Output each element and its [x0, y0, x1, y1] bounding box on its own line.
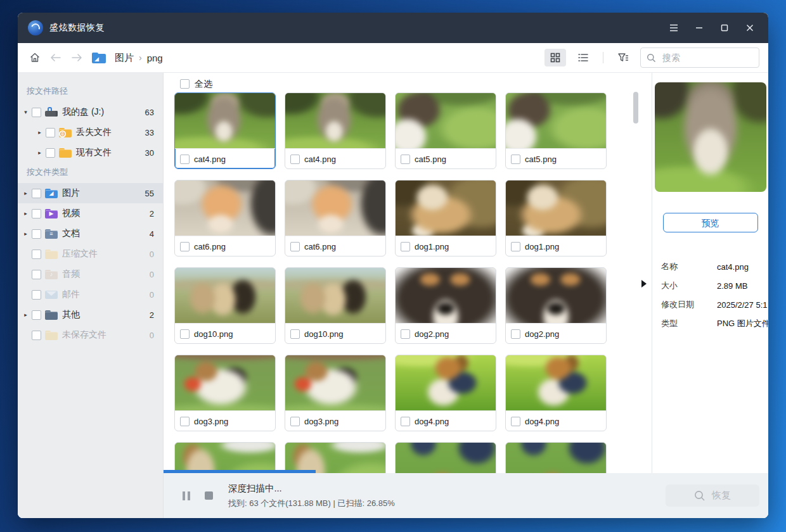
toolbar: ◢ 图片 › png	[18, 43, 768, 73]
file-tile[interactable]: dog4.png	[395, 355, 496, 431]
file-tile[interactable]	[505, 442, 607, 473]
sidebar-item-checkbox[interactable]	[32, 209, 41, 218]
file-tile[interactable]	[395, 442, 496, 473]
recover-button[interactable]: 恢复	[666, 484, 759, 507]
detail-row: 类型 PNG 图片文件	[661, 314, 768, 333]
file-thumbnail	[506, 443, 606, 473]
file-tile[interactable]: cat6.png	[285, 180, 386, 256]
home-button[interactable]	[27, 49, 43, 66]
file-checkbox[interactable]	[401, 329, 410, 339]
existing-files-folder-icon	[59, 148, 72, 158]
expand-arrow-icon[interactable]: ▸	[35, 149, 44, 156]
file-tile[interactable]: cat5.png	[395, 92, 496, 169]
file-tile[interactable]	[285, 442, 386, 473]
file-checkbox[interactable]	[290, 417, 300, 426]
breadcrumb-root[interactable]: 图片	[115, 52, 134, 64]
stop-scan-button[interactable]	[205, 491, 213, 500]
sidebar-item-checkbox[interactable]	[46, 128, 55, 137]
file-checkbox[interactable]	[401, 155, 410, 164]
sidebar-item-count: 0	[150, 290, 154, 300]
sidebar-item[interactable]: ▸ ⊖ 丢失文件 33	[18, 122, 163, 142]
file-checkbox[interactable]	[180, 417, 190, 426]
file-checkbox[interactable]	[511, 242, 520, 251]
sidebar-item[interactable]: 压缩文件 0	[18, 244, 163, 264]
expand-arrow-icon[interactable]: ▸	[22, 210, 30, 217]
file-tile[interactable]: dog10.png	[174, 267, 276, 344]
grid-view-button[interactable]	[544, 49, 566, 66]
file-checkbox[interactable]	[180, 242, 190, 251]
file-checkbox[interactable]	[401, 417, 410, 426]
sidebar-item-checkbox[interactable]	[32, 189, 41, 198]
filter-button[interactable]	[612, 49, 634, 66]
sidebar-item-checkbox[interactable]	[32, 331, 41, 340]
expand-arrow-icon[interactable]: ▸	[22, 231, 30, 237]
file-thumbnail	[285, 443, 385, 473]
file-checkbox[interactable]	[180, 329, 190, 339]
sidebar-item[interactable]: 邮件 0	[18, 284, 163, 305]
sidebar-item[interactable]: ▾ 我的盘 (J:) 63	[18, 102, 163, 122]
file-checkbox[interactable]	[290, 242, 300, 251]
preview-button[interactable]: 预览	[663, 213, 758, 232]
file-tile[interactable]: cat6.png	[174, 180, 276, 256]
file-checkbox[interactable]	[511, 329, 520, 339]
file-tile[interactable]: cat5.png	[505, 92, 607, 169]
forward-button[interactable]	[68, 49, 85, 66]
select-all-checkbox[interactable]	[180, 79, 190, 89]
sidebar-item[interactable]: ▸ 其他 2	[18, 305, 163, 325]
file-checkbox[interactable]	[290, 155, 300, 164]
file-checkbox[interactable]	[511, 155, 520, 164]
sidebar-item-checkbox[interactable]	[32, 270, 41, 279]
sidebar-item-checkbox[interactable]	[46, 148, 55, 158]
expand-arrow-icon[interactable]: ▾	[22, 109, 30, 115]
sidebar-item-count: 2	[150, 209, 154, 218]
back-button[interactable]	[48, 49, 64, 66]
detail-row: 修改日期 2025/2/27 5:1	[661, 295, 768, 314]
file-tile[interactable]	[174, 442, 276, 473]
file-checkbox[interactable]	[401, 242, 410, 251]
sidebar-item-checkbox[interactable]	[32, 108, 41, 117]
file-tile[interactable]: cat4.png	[174, 92, 276, 169]
sidebar-item[interactable]: ▸ ▶ 视频 2	[18, 203, 163, 224]
maximize-button[interactable]	[716, 20, 733, 36]
expand-arrow-icon[interactable]: ▸	[35, 129, 44, 136]
file-tile[interactable]: dog4.png	[505, 355, 607, 431]
sidebar-item[interactable]: ▸ ◢ 图片 55	[18, 183, 163, 203]
sidebar-item-label: 图片	[62, 187, 80, 199]
sidebar-item[interactable]: 未保存文件 0	[18, 325, 163, 345]
sidebar-item[interactable]: ▸ 现有文件 30	[18, 142, 163, 163]
file-name: dog1.png	[415, 242, 449, 251]
search-input[interactable]	[661, 52, 733, 63]
sidebar-item-checkbox[interactable]	[32, 310, 41, 320]
expand-arrow-icon[interactable]: ▸	[22, 190, 30, 196]
sidebar-item-checkbox[interactable]	[32, 250, 41, 259]
minimize-button[interactable]	[691, 20, 707, 36]
sidebar-item[interactable]: ♪ 音频 0	[18, 264, 163, 284]
file-checkbox[interactable]	[511, 417, 520, 426]
file-tile[interactable]: dog2.png	[395, 267, 496, 344]
sidebar-item-checkbox[interactable]	[32, 229, 41, 239]
file-tile[interactable]: dog1.png	[505, 180, 607, 256]
vertical-scrollbar[interactable]	[633, 92, 638, 124]
close-button[interactable]	[742, 20, 758, 36]
file-tile[interactable]: dog10.png	[285, 267, 386, 344]
file-tile[interactable]: cat4.png	[285, 92, 386, 169]
panel-collapse-arrow-icon[interactable]	[641, 280, 647, 288]
menu-icon[interactable]	[666, 20, 682, 36]
file-tile[interactable]: dog1.png	[395, 180, 496, 256]
file-tile-label: dog2.png	[506, 323, 606, 344]
list-view-button[interactable]	[572, 49, 594, 66]
file-tile[interactable]: dog3.png	[285, 355, 386, 431]
file-checkbox[interactable]	[180, 155, 190, 164]
expand-arrow-icon[interactable]: ▸	[22, 312, 30, 318]
titlebar: 盛炫数据恢复	[18, 13, 768, 43]
sidebar: 按文件路径 ▾ 我的盘 (J:) 63 ▸ ⊖ 丢失文件 33 ▸ 现有文件 3…	[18, 73, 164, 518]
file-checkbox[interactable]	[290, 329, 300, 339]
sidebar-item[interactable]: ▸ ≡ 文档 4	[18, 224, 163, 244]
search-box[interactable]	[640, 48, 759, 68]
pause-scan-button[interactable]	[183, 491, 190, 500]
file-tile[interactable]: dog2.png	[505, 267, 607, 344]
breadcrumb-leaf[interactable]: png	[147, 53, 163, 63]
sidebar-item-checkbox[interactable]	[32, 290, 41, 300]
sidebar-item-count: 0	[150, 331, 154, 340]
file-tile[interactable]: dog3.png	[174, 355, 276, 431]
